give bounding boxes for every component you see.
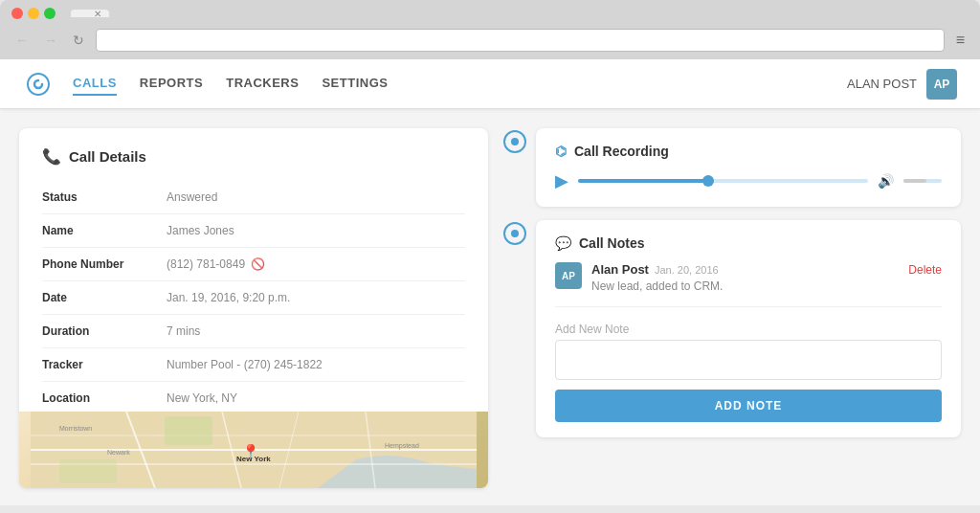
- notes-dot-inner: [511, 230, 519, 237]
- notes-title: 💬 Call Notes: [555, 235, 942, 251]
- add-note-label: Add New Note: [555, 315, 942, 340]
- svg-rect-9: [59, 459, 117, 483]
- audio-player: ▶ 🔊: [555, 170, 942, 191]
- call-details-card: 📞 Call Details Status Answered Name Jame…: [19, 128, 488, 488]
- traffic-lights: [11, 8, 56, 19]
- dot-inner: [511, 138, 519, 145]
- logo[interactable]: [23, 69, 54, 100]
- duration-value: 7 mins: [167, 324, 200, 338]
- minimize-window-button[interactable]: [28, 8, 39, 19]
- recording-section: ⌬ Call Recording ▶ 🔊: [503, 128, 961, 207]
- volume-icon: 🔊: [878, 173, 894, 189]
- right-panel: ⌬ Call Recording ▶ 🔊: [503, 128, 961, 505]
- tab-close-icon[interactable]: ✕: [94, 9, 101, 19]
- status-label: Status: [42, 190, 167, 204]
- progress-fill: [578, 179, 708, 183]
- volume-fill: [903, 179, 926, 183]
- nav-calls[interactable]: CALLS: [73, 72, 117, 96]
- refresh-button[interactable]: ↻: [69, 31, 88, 50]
- name-row: Name James Jones: [42, 214, 465, 248]
- svg-text:New York: New York: [236, 455, 271, 463]
- tracker-label: Tracker: [42, 358, 167, 371]
- svg-text:Morristown: Morristown: [59, 425, 92, 432]
- note-date: Jan. 20, 2016: [655, 264, 719, 276]
- note-delete-button[interactable]: Delete: [908, 263, 942, 277]
- note-text: New lead, added to CRM.: [591, 279, 942, 293]
- notes-dot[interactable]: [503, 222, 526, 245]
- user-name-label: ALAN POST: [847, 77, 917, 91]
- recording-heading: Call Recording: [574, 144, 669, 159]
- close-window-button[interactable]: [11, 8, 23, 19]
- note-header: Alan Post Jan. 20, 2016 Delete: [591, 262, 942, 277]
- location-value: New York, NY: [167, 391, 237, 405]
- user-area: ALAN POST AP: [847, 69, 957, 100]
- date-value: Jan. 19, 2016, 9:20 p.m.: [167, 291, 290, 304]
- name-value: James Jones: [167, 224, 234, 237]
- content-area: 📞 Call Details Status Answered Name Jame…: [0, 109, 980, 505]
- svg-text:Newark: Newark: [107, 449, 130, 456]
- status-row: Status Answered: [42, 181, 465, 214]
- volume-bar[interactable]: [903, 179, 942, 183]
- user-avatar[interactable]: AP: [926, 69, 957, 100]
- map-container: 📍 Morristown Newark New York Hempstead: [19, 412, 488, 488]
- phone-value: (812) 781-0849 🚫: [167, 257, 265, 271]
- maximize-window-button[interactable]: [44, 8, 56, 19]
- location-row: Location New York, NY: [42, 382, 465, 415]
- call-details-heading: Call Details: [69, 148, 146, 165]
- forward-button[interactable]: →: [40, 31, 61, 50]
- tracker-value: Number Pool - (270) 245-1822: [167, 358, 323, 371]
- nav-links: CALLS REPORTS TRACKERS SETTINGS: [73, 72, 847, 96]
- phone-label: Phone Number: [42, 257, 167, 271]
- svg-text:Hempstead: Hempstead: [385, 442, 419, 450]
- duration-label: Duration: [42, 324, 167, 338]
- recording-dot[interactable]: [503, 130, 526, 153]
- notes-card: 💬 Call Notes AP Alan Post Jan. 20, 2016 …: [536, 220, 961, 437]
- map-image: 📍 Morristown Newark New York Hempstead: [19, 412, 488, 488]
- nav-reports[interactable]: REPORTS: [140, 72, 203, 96]
- progress-thumb: [702, 175, 714, 187]
- navbar: CALLS REPORTS TRACKERS SETTINGS ALAN POS…: [0, 59, 980, 109]
- browser-tab[interactable]: ✕: [71, 10, 109, 17]
- notes-heading: Call Notes: [579, 235, 644, 251]
- audio-progress-bar[interactable]: [578, 179, 868, 183]
- duration-row: Duration 7 mins: [42, 315, 465, 348]
- status-value: Answered: [167, 190, 217, 204]
- left-panel: 📞 Call Details Status Answered Name Jame…: [19, 128, 488, 505]
- date-row: Date Jan. 19, 2016, 9:20 p.m.: [42, 281, 465, 315]
- note-author-avatar: AP: [555, 262, 582, 289]
- notes-icon: 💬: [555, 235, 571, 251]
- note-entry: AP Alan Post Jan. 20, 2016 Delete New le…: [555, 262, 942, 293]
- address-bar[interactable]: [96, 29, 945, 52]
- note-textarea[interactable]: [555, 340, 942, 380]
- phone-icon: 📞: [42, 147, 61, 166]
- note-content: Alan Post Jan. 20, 2016 Delete New lead,…: [591, 262, 942, 293]
- name-label: Name: [42, 224, 167, 237]
- note-author-name: Alan Post: [591, 262, 649, 277]
- browser-menu-icon[interactable]: ≡: [952, 32, 969, 49]
- browser-chrome: ✕ ← → ↻ ≡: [0, 0, 980, 59]
- date-label: Date: [42, 291, 167, 304]
- browser-nav-bar: ← → ↻ ≡: [11, 25, 969, 59]
- nav-settings[interactable]: SETTINGS: [322, 72, 388, 96]
- notes-section: 💬 Call Notes AP Alan Post Jan. 20, 2016 …: [503, 220, 961, 505]
- tracker-row: Tracker Number Pool - (270) 245-1822: [42, 348, 465, 382]
- app-container: CALLS REPORTS TRACKERS SETTINGS ALAN POS…: [0, 59, 980, 505]
- play-button[interactable]: ▶: [555, 170, 568, 191]
- phone-number-text: (812) 781-0849: [167, 257, 245, 271]
- recording-title: ⌬ Call Recording: [555, 144, 942, 159]
- call-details-title: 📞 Call Details: [42, 147, 465, 166]
- add-note-button[interactable]: ADD NOTE: [555, 390, 942, 422]
- location-label: Location: [42, 391, 167, 405]
- block-icon[interactable]: 🚫: [251, 257, 265, 271]
- recording-card: ⌬ Call Recording ▶ 🔊: [536, 128, 961, 207]
- nav-trackers[interactable]: TRACKERS: [226, 72, 299, 96]
- phone-row: Phone Number (812) 781-0849 🚫: [42, 248, 465, 281]
- voicemail-icon: ⌬: [555, 144, 567, 159]
- back-button[interactable]: ←: [11, 31, 33, 50]
- svg-rect-8: [165, 416, 212, 445]
